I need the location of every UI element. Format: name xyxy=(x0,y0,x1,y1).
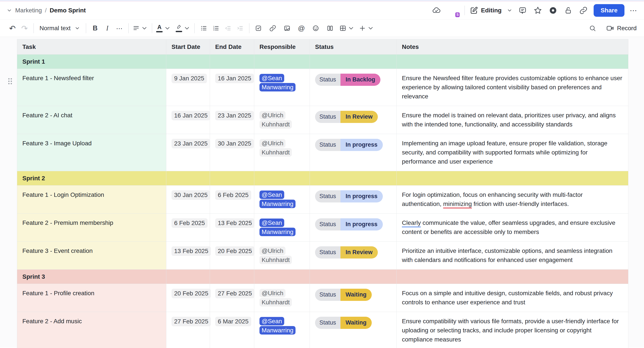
breadcrumb-current[interactable]: Demo Sprint xyxy=(50,7,86,14)
notes-cell[interactable]: Clearly communicate the value, offer sea… xyxy=(397,214,628,242)
status-badge-value[interactable]: In progress xyxy=(340,139,383,151)
date-pill[interactable]: 13 Feb 2025 xyxy=(215,218,254,228)
end-date-cell[interactable]: 6 Feb 2025 xyxy=(210,186,254,214)
date-pill[interactable]: 6 Mar 2025 xyxy=(215,317,251,326)
section-cell[interactable] xyxy=(166,270,210,284)
responsible-cell[interactable]: @Ulrich Kuhnhardt xyxy=(254,134,310,171)
table-drag-handle[interactable] xyxy=(8,78,12,84)
mention-pill[interactable]: @Ulrich Kuhnhardt xyxy=(260,289,292,306)
section-cell[interactable] xyxy=(210,171,254,186)
status-cell[interactable]: Status In progress xyxy=(310,214,397,242)
avatar[interactable]: S xyxy=(447,4,459,17)
bold-button[interactable]: B xyxy=(90,23,100,33)
task-cell[interactable]: Feature 2 - Premium membership xyxy=(17,214,166,242)
status-badge[interactable]: Status Waiting xyxy=(315,289,372,301)
date-pill[interactable]: 30 Jan 2025 xyxy=(215,139,254,148)
highlight-color-button[interactable] xyxy=(176,23,190,33)
notes-cell[interactable]: Implementing an image upload feature, en… xyxy=(397,134,628,171)
more-formatting-button[interactable]: ⋯ xyxy=(114,23,124,33)
column-header-status[interactable]: Status xyxy=(310,39,397,55)
section-title[interactable]: Sprint 1 xyxy=(17,55,166,69)
mention-pill[interactable]: @Sean Manwarring xyxy=(260,317,296,334)
date-pill[interactable]: 16 Jan 2025 xyxy=(215,74,254,83)
status-badge[interactable]: Status In Review xyxy=(315,111,378,123)
mention-pill[interactable]: @Sean Manwarring xyxy=(260,218,296,236)
task-cell[interactable]: Feature 2 - AI chat xyxy=(17,106,166,134)
start-date-cell[interactable]: 6 Feb 2025 xyxy=(166,214,210,242)
outdent-button[interactable] xyxy=(223,23,233,33)
start-date-cell[interactable]: 16 Jan 2025 xyxy=(166,106,210,134)
column-header-responsible[interactable]: Responsible xyxy=(254,39,310,55)
editing-mode-chevron-icon[interactable] xyxy=(507,8,512,13)
breadcrumb-parent[interactable]: Marketing xyxy=(15,7,42,14)
notes-cell[interactable]: For login optimization, focus on enhanci… xyxy=(397,186,628,214)
date-pill[interactable]: 23 Jan 2025 xyxy=(172,139,210,148)
start-date-cell[interactable]: 13 Feb 2025 xyxy=(166,242,210,270)
notes-cell[interactable]: Ensure compatibility with various file f… xyxy=(397,312,628,348)
end-date-cell[interactable]: 6 Mar 2025 xyxy=(210,312,254,348)
text-color-button[interactable]: A xyxy=(156,23,171,33)
table-button[interactable] xyxy=(339,23,354,33)
status-badge[interactable]: Status In Backlog xyxy=(315,74,380,86)
date-pill[interactable]: 20 Feb 2025 xyxy=(172,289,211,298)
mention-pill[interactable]: @Sean Manwarring xyxy=(260,74,296,92)
status-cell[interactable]: Status In progress xyxy=(310,186,397,214)
start-date-cell[interactable]: 9 Jan 2025 xyxy=(166,69,210,106)
notes-cell[interactable]: Ensure the Newsfeed filter feature provi… xyxy=(397,69,628,106)
status-badge-value[interactable]: In progress xyxy=(340,190,383,202)
insert-link-button[interactable] xyxy=(268,23,278,33)
responsible-cell[interactable]: @Sean Manwarring xyxy=(254,69,310,106)
date-pill[interactable]: 16 Jan 2025 xyxy=(172,111,210,120)
status-badge[interactable]: Status In progress xyxy=(315,190,383,202)
redo-button[interactable]: ↷ xyxy=(20,23,30,33)
task-cell[interactable]: Feature 1 - Login Optimization xyxy=(17,186,166,214)
status-cell[interactable]: Status In Review xyxy=(310,106,397,134)
insert-image-button[interactable] xyxy=(282,23,292,33)
status-badge-value[interactable]: Waiting xyxy=(340,289,372,301)
chevron-down-icon[interactable] xyxy=(6,8,12,13)
end-date-cell[interactable]: 13 Feb 2025 xyxy=(210,214,254,242)
share-button[interactable]: Share xyxy=(594,4,624,17)
align-button[interactable] xyxy=(133,23,148,33)
responsible-cell[interactable]: @Ulrich Kuhnhardt xyxy=(254,284,310,312)
notes-cell[interactable]: Ensure the model is trained on relevant … xyxy=(397,106,628,134)
editing-mode-button[interactable]: Editing xyxy=(470,7,502,14)
task-cell[interactable]: Feature 2 - Add music xyxy=(17,312,166,348)
text-style-selector[interactable]: Normal text xyxy=(38,25,82,32)
date-pill[interactable]: 9 Jan 2025 xyxy=(172,74,207,83)
status-badge[interactable]: Status In Review xyxy=(315,246,378,258)
status-badge[interactable]: Status In progress xyxy=(315,218,383,230)
status-cell[interactable]: Status In progress xyxy=(310,134,397,171)
numbered-list-button[interactable]: 123 xyxy=(211,23,221,33)
italic-button[interactable]: I xyxy=(102,23,112,33)
responsible-cell[interactable]: @Ulrich Kuhnhardt xyxy=(254,242,310,270)
responsible-cell[interactable]: @Sean Manwarring xyxy=(254,214,310,242)
link-icon[interactable] xyxy=(578,6,588,16)
end-date-cell[interactable]: 30 Jan 2025 xyxy=(210,134,254,171)
status-badge[interactable]: Status Waiting xyxy=(315,317,372,329)
section-cell[interactable] xyxy=(397,55,628,69)
search-icon[interactable] xyxy=(588,23,598,33)
responsible-cell[interactable]: @Sean Manwarring xyxy=(254,186,310,214)
section-row-sprint3[interactable]: Sprint 3 xyxy=(17,270,628,284)
date-pill[interactable]: 6 Feb 2025 xyxy=(215,190,251,200)
section-cell[interactable] xyxy=(397,171,628,186)
insert-block-button[interactable] xyxy=(359,23,374,33)
mention-pill[interactable]: @Ulrich Kuhnhardt xyxy=(260,247,292,264)
emoji-button[interactable] xyxy=(311,23,321,33)
column-header-start-date[interactable]: Start Date xyxy=(166,39,210,55)
responsible-cell[interactable]: @Sean Manwarring xyxy=(254,312,310,348)
date-pill[interactable]: 20 Feb 2025 xyxy=(215,246,254,256)
status-cell[interactable]: Status Waiting xyxy=(310,312,397,348)
section-title[interactable]: Sprint 3 xyxy=(17,270,166,284)
status-badge-value[interactable]: In Review xyxy=(340,246,378,258)
unlock-icon[interactable] xyxy=(563,6,573,16)
section-row-sprint2[interactable]: Sprint 2 xyxy=(17,171,628,186)
status-badge-value[interactable]: In Backlog xyxy=(340,74,380,86)
section-title[interactable]: Sprint 2 xyxy=(17,171,166,186)
status-cell[interactable]: Status In Backlog xyxy=(310,69,397,106)
section-cell[interactable] xyxy=(397,270,628,284)
undo-button[interactable]: ↶ xyxy=(8,23,17,33)
section-cell[interactable] xyxy=(166,55,210,69)
star-icon[interactable] xyxy=(533,6,543,16)
